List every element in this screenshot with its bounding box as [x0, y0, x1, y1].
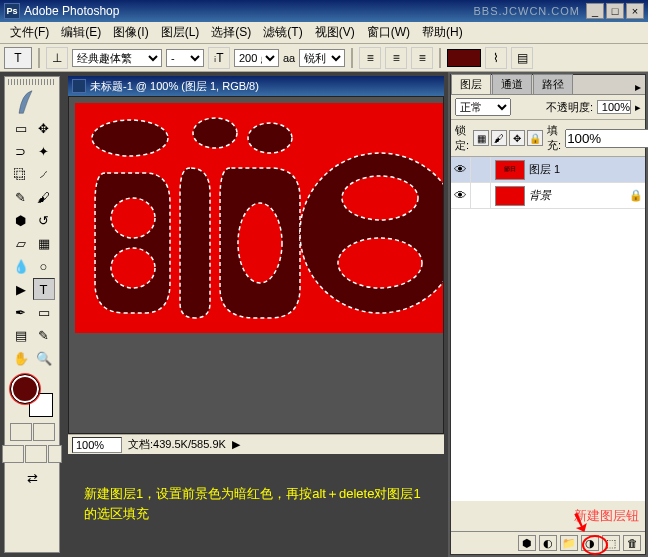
maximize-button[interactable]: □: [606, 3, 624, 19]
menu-image[interactable]: 图像(I): [107, 22, 154, 43]
menu-file[interactable]: 文件(F): [4, 22, 55, 43]
text-orientation-button[interactable]: ⊥: [46, 47, 68, 69]
shape-tool[interactable]: ▭: [33, 301, 55, 323]
crop-tool[interactable]: ⿻: [10, 163, 32, 185]
align-right-button[interactable]: ≡: [411, 47, 433, 69]
warp-text-button[interactable]: ⌇: [485, 47, 507, 69]
opacity-arrow-icon[interactable]: ▸: [635, 101, 641, 114]
dodge-tool[interactable]: ○: [33, 255, 55, 277]
tab-channels[interactable]: 通道: [492, 74, 532, 94]
foreground-color[interactable]: [11, 375, 39, 403]
zoom-tool[interactable]: 🔍: [33, 347, 55, 369]
new-set-button[interactable]: 📁: [560, 535, 578, 551]
svg-point-8: [338, 238, 422, 288]
toolbox-grip[interactable]: [8, 79, 56, 85]
layer-thumbnail[interactable]: 節日: [495, 160, 525, 180]
magic-wand-tool[interactable]: ✦: [33, 140, 55, 162]
opacity-input[interactable]: [597, 100, 631, 114]
text-color-swatch[interactable]: [447, 49, 481, 67]
eraser-tool[interactable]: ▱: [10, 232, 32, 254]
fill-label: 填充:: [547, 123, 561, 153]
statusbar-arrow-icon[interactable]: ▶: [232, 438, 240, 451]
toolbox: ▭ ✥ ⊃ ✦ ⿻ ⟋ ✎ 🖌 ⬢ ↺ ▱ ▦ 💧 ○ ▶ T ✒ ▭ ▤ ✎ …: [4, 76, 60, 553]
gradient-tool[interactable]: ▦: [33, 232, 55, 254]
menubar: 文件(F) 编辑(E) 图像(I) 图层(L) 选择(S) 滤镜(T) 视图(V…: [0, 22, 648, 44]
healing-brush-tool[interactable]: ✎: [10, 186, 32, 208]
zoom-input[interactable]: 100%: [72, 437, 122, 453]
align-center-button[interactable]: ≡: [385, 47, 407, 69]
menu-view[interactable]: 视图(V): [309, 22, 361, 43]
panel-menu-button[interactable]: ▸: [631, 80, 645, 94]
notes-tool[interactable]: ▤: [10, 324, 32, 346]
adjustment-layer-button[interactable]: ◑: [581, 535, 599, 551]
pen-tool[interactable]: ✒: [10, 301, 32, 323]
hand-tool[interactable]: ✋: [10, 347, 32, 369]
align-left-button[interactable]: ≡: [359, 47, 381, 69]
antialias-label: aa: [283, 52, 295, 64]
layers-panel-footer: ⬢ ◐ 📁 ◑ ⬚ 🗑: [451, 531, 645, 554]
marquee-tool[interactable]: ▭: [10, 117, 32, 139]
font-size-select[interactable]: 200 点: [234, 49, 279, 67]
canvas[interactable]: [75, 103, 444, 333]
new-layer-button[interactable]: ⬚: [602, 535, 620, 551]
path-selection-tool[interactable]: ▶: [10, 278, 32, 300]
visibility-toggle[interactable]: 👁: [451, 157, 471, 183]
link-toggle[interactable]: [471, 183, 491, 209]
app-icon: Ps: [4, 3, 20, 19]
eyedropper-tool[interactable]: ✎: [33, 324, 55, 346]
lock-position-button[interactable]: ✥: [509, 130, 525, 146]
clone-stamp-tool[interactable]: ⬢: [10, 209, 32, 231]
tool-preset[interactable]: T: [4, 47, 32, 69]
layer-thumbnail[interactable]: [495, 186, 525, 206]
screen-mode-3[interactable]: [48, 445, 62, 463]
delete-layer-button[interactable]: 🗑: [623, 535, 641, 551]
history-brush-tool[interactable]: ↺: [33, 209, 55, 231]
imageready-button[interactable]: ⇄: [9, 467, 55, 489]
blur-tool[interactable]: 💧: [10, 255, 32, 277]
menu-select[interactable]: 选择(S): [205, 22, 257, 43]
lock-label: 锁定:: [455, 123, 469, 153]
layer-name[interactable]: 背景: [529, 188, 629, 203]
character-panel-button[interactable]: ▤: [511, 47, 533, 69]
standard-mode-button[interactable]: [10, 423, 32, 441]
layer-name[interactable]: 图层 1: [529, 162, 645, 177]
minimize-button[interactable]: _: [586, 3, 604, 19]
close-button[interactable]: ×: [626, 3, 644, 19]
screen-mode-2[interactable]: [25, 445, 47, 463]
antialias-select[interactable]: 锐利: [299, 49, 345, 67]
font-style-select[interactable]: -: [166, 49, 204, 67]
menu-edit[interactable]: 编辑(E): [55, 22, 107, 43]
menu-filter[interactable]: 滤镜(T): [257, 22, 308, 43]
layer-row[interactable]: 👁 背景 🔒: [451, 183, 645, 209]
slice-tool[interactable]: ⟋: [33, 163, 55, 185]
svg-point-0: [92, 120, 168, 156]
layer-style-button[interactable]: ⬢: [518, 535, 536, 551]
blend-mode-select[interactable]: 正常: [455, 98, 511, 116]
layer-mask-button[interactable]: ◐: [539, 535, 557, 551]
color-picker: [9, 373, 55, 419]
lock-all-button[interactable]: 🔒: [527, 130, 543, 146]
annotation-label: 新建图层钮: [451, 501, 645, 531]
layer-row[interactable]: 👁 節日 图层 1: [451, 157, 645, 183]
font-family-select[interactable]: 经典趣体繁: [72, 49, 162, 67]
menu-help[interactable]: 帮助(H): [416, 22, 469, 43]
svg-point-4: [111, 248, 155, 288]
tab-layers[interactable]: 图层: [451, 74, 491, 94]
menu-window[interactable]: 窗口(W): [361, 22, 416, 43]
brush-tool[interactable]: 🖌: [33, 186, 55, 208]
move-tool[interactable]: ✥: [33, 117, 55, 139]
link-toggle[interactable]: [471, 157, 491, 183]
lasso-tool[interactable]: ⊃: [10, 140, 32, 162]
lock-image-button[interactable]: 🖌: [491, 130, 507, 146]
screen-mode-1[interactable]: [2, 445, 24, 463]
lock-transparency-button[interactable]: ▦: [473, 130, 489, 146]
visibility-toggle[interactable]: 👁: [451, 183, 471, 209]
quickmask-mode-button[interactable]: [33, 423, 55, 441]
svg-point-3: [111, 198, 155, 238]
instruction-text: 新建图层1，设置前景色为暗红色，再按alt＋delete对图层1的选区填充: [68, 454, 444, 553]
fill-input[interactable]: [565, 129, 648, 148]
tab-paths[interactable]: 路径: [533, 74, 573, 94]
canvas-viewport[interactable]: [68, 96, 444, 434]
type-tool[interactable]: T: [33, 278, 55, 300]
menu-layer[interactable]: 图层(L): [155, 22, 206, 43]
